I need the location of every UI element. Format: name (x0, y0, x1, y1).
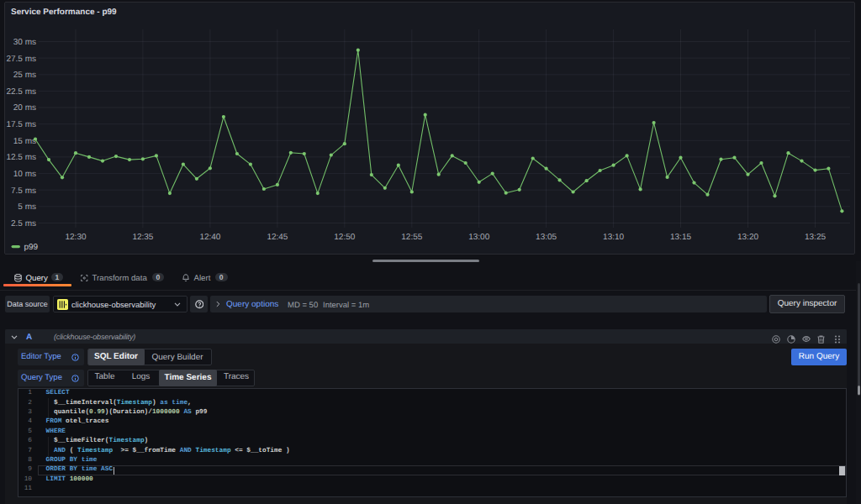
svg-text:12:45: 12:45 (267, 233, 288, 242)
svg-text:5 ms: 5 ms (18, 202, 36, 212)
svg-text:12:30: 12:30 (65, 233, 86, 242)
svg-text:p99: p99 (24, 243, 39, 252)
svg-text:17.5 ms: 17.5 ms (6, 120, 36, 129)
svg-text:12:55: 12:55 (401, 233, 422, 242)
svg-text:2.5 ms: 2.5 ms (11, 219, 36, 228)
svg-text:12:35: 12:35 (132, 233, 153, 242)
svg-text:7.5 ms: 7.5 ms (11, 186, 36, 196)
svg-text:30 ms: 30 ms (13, 38, 36, 47)
svg-text:13:20: 13:20 (737, 233, 758, 242)
svg-text:10 ms: 10 ms (13, 170, 36, 179)
svg-text:13:10: 13:10 (603, 233, 624, 242)
svg-text:13:05: 13:05 (536, 233, 557, 242)
svg-text:13:25: 13:25 (805, 233, 826, 242)
svg-text:12:40: 12:40 (199, 233, 220, 242)
svg-text:12.5 ms: 12.5 ms (6, 153, 36, 162)
svg-text:25 ms: 25 ms (13, 71, 36, 80)
svg-text:22.5 ms: 22.5 ms (6, 87, 36, 97)
svg-text:13:00: 13:00 (468, 233, 489, 242)
svg-text:20 ms: 20 ms (13, 103, 36, 113)
svg-text:13:15: 13:15 (670, 233, 691, 242)
svg-text:27.5 ms: 27.5 ms (6, 55, 36, 64)
svg-text:12:50: 12:50 (334, 233, 355, 242)
svg-text:15 ms: 15 ms (13, 137, 36, 146)
